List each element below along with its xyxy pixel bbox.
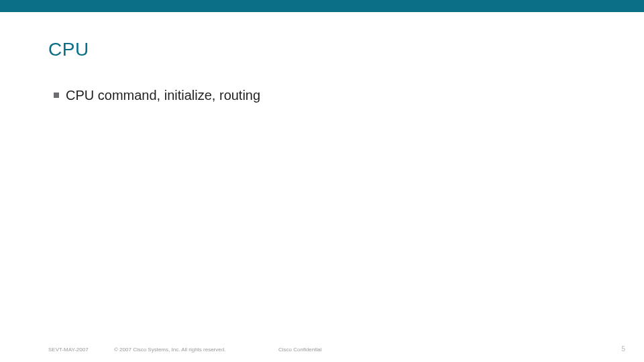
top-accent-bar [0, 0, 644, 12]
bullet-item: CPU command, initialize, routing [54, 87, 260, 103]
slide-title: CPU [48, 39, 89, 60]
footer-copyright: © 2007 Cisco Systems, Inc. All rights re… [114, 347, 225, 353]
footer: SEVT-MAY-2007 © 2007 Cisco Systems, Inc.… [0, 342, 644, 353]
footer-confidential: Cisco Confidential [278, 347, 321, 353]
bullet-marker-icon [54, 93, 59, 98]
footer-page-number: 5 [621, 345, 625, 353]
footer-session-id: SEVT-MAY-2007 [48, 347, 89, 353]
slide: CPU CPU command, initialize, routing SEV… [0, 0, 644, 362]
bullet-text: CPU command, initialize, routing [66, 87, 260, 103]
